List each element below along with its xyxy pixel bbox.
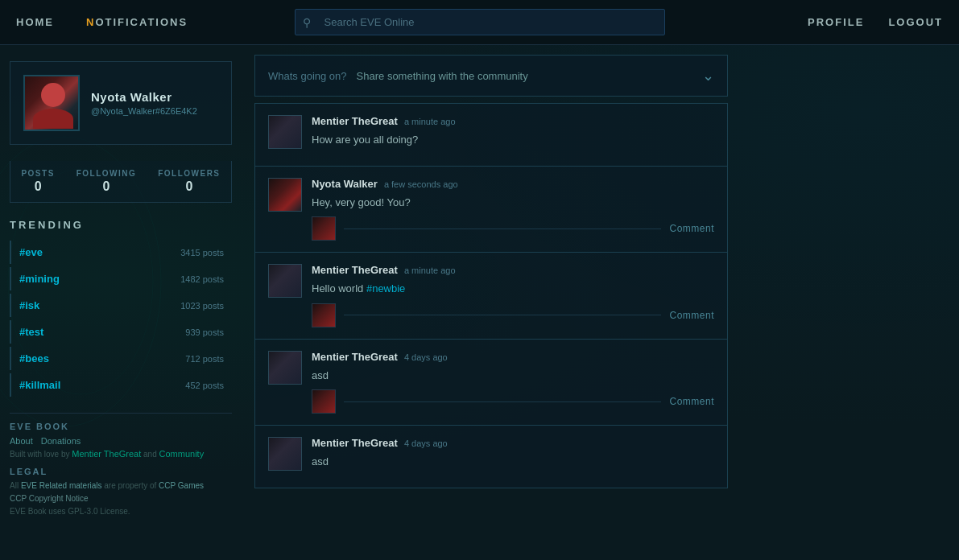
stat-following-label: FOLLOWING [76,169,137,178]
post-author: Mentier TheGreat [312,115,398,127]
post-time: a minute ago [404,117,456,126]
post-header: Mentier TheGreat 4 days ago [312,437,714,449]
nav-notifications[interactable]: NOTIFICATIONS [86,16,188,28]
legal-copyright-link[interactable]: CCP Copyright Notice [10,494,89,503]
footer-built: Built with love by Mentier TheGreat and … [10,449,232,459]
post-time: a few seconds ago [384,179,458,189]
trending-section: TRENDING #eve 3415 posts #mining 1482 po… [10,219,232,397]
avatar [23,75,80,131]
compose-input[interactable]: Share something with the community [357,70,692,82]
navbar: HOME NOTIFICATIONS ⚲ PROFILE LOGOUT [0,0,959,45]
footer-links: About Donations [10,436,232,446]
trending-item[interactable]: #killmail 452 posts [10,373,232,397]
post-item: Nyota Walker a few seconds ago Hey, very… [254,166,728,253]
chevron-down-icon[interactable]: ⌄ [702,67,714,84]
post-text: asd [312,455,329,467]
stat-posts-label: POSTS [21,169,54,178]
post-body: Hello world #newbie [312,281,714,297]
post-avatar [268,437,302,471]
post-item: Mentier TheGreat 4 days ago asd [254,425,728,488]
trending-item[interactable]: #eve 3415 posts [10,241,232,264]
comment-line [344,401,661,402]
stat-followers-value: 0 [158,179,220,194]
compose-box[interactable]: Whats going on? Share something with the… [254,55,728,97]
profile-info: Nyota Walker @Nyota_Walker#6Z6E4K2 [91,90,218,116]
post-header: Mentier TheGreat a minute ago [312,264,714,276]
comment-row: Comment [312,303,714,327]
nav-profile[interactable]: PROFILE [808,16,864,28]
stats-row: POSTS 0 FOLLOWING 0 FOLLOWERS 0 [10,161,232,203]
trend-tag: #mining [19,273,60,285]
post-avatar [268,178,302,212]
post-hashtag[interactable]: #newbie [366,282,405,294]
post-content: Mentier TheGreat a minute ago How are yo… [312,115,714,154]
legal-text: All EVE Related materials are property o… [10,480,232,518]
trending-item[interactable]: #isk 1023 posts [10,294,232,317]
trending-item[interactable]: #test 939 posts [10,320,232,344]
footer-brand-title: EVE BOOK [10,422,232,431]
post-header: Nyota Walker a few seconds ago [312,178,714,190]
search-container: ⚲ [295,9,665,35]
sidebar: Nyota Walker @Nyota_Walker#6Z6E4K2 POSTS… [0,45,242,560]
trend-tag: #killmail [19,379,60,391]
comment-row: Comment [312,216,714,241]
trending-item[interactable]: #bees 712 posts [10,347,232,370]
post-avatar [268,264,302,298]
trending-item[interactable]: #mining 1482 posts [10,267,232,290]
post-body: Hey, very good! You? [312,195,714,211]
trend-tag: #isk [19,299,39,311]
footer-about[interactable]: About [10,436,33,446]
trending-title: TRENDING [10,219,232,231]
post-time: 4 days ago [404,352,448,362]
trend-count: 1482 posts [180,274,224,284]
post-time: a minute ago [404,266,456,275]
post-content: Mentier TheGreat 4 days ago asd Comment [312,351,714,414]
notifications-rest: OTIFICATIONS [95,16,188,28]
profile-name: Nyota Walker [91,90,218,104]
post-item: Mentier TheGreat 4 days ago asd Comment [254,339,728,426]
nav-logout[interactable]: LOGOUT [888,16,943,28]
post-author: Nyota Walker [312,178,378,190]
comment-button[interactable]: Comment [669,310,714,321]
profile-handle: @Nyota_Walker#6Z6E4K2 [91,106,218,116]
post-text: How are you all doing? [312,134,418,146]
trend-tag: #eve [19,246,43,258]
footer-community-link[interactable]: Community [159,449,205,459]
main-layout: Nyota Walker @Nyota_Walker#6Z6E4K2 POSTS… [0,45,959,560]
trending-list: #eve 3415 posts #mining 1482 posts #isk … [10,241,232,397]
post-author: Mentier TheGreat [312,437,398,449]
post-content: Nyota Walker a few seconds ago Hey, very… [312,178,714,241]
stat-following-value: 0 [76,179,137,194]
comment-row: Comment [312,389,714,414]
post-body: How are you all doing? [312,132,714,148]
footer-donations[interactable]: Donations [41,436,81,446]
comment-avatar [312,216,336,241]
post-text: Hello world [312,282,366,294]
legal-eve-link[interactable]: EVE Related materials [21,481,102,490]
notifications-highlight: N [86,16,95,28]
footer-author-link[interactable]: Mentier TheGreat [72,449,141,459]
stat-followers-label: FOLLOWERS [158,169,220,178]
profile-card: Nyota Walker @Nyota_Walker#6Z6E4K2 [10,61,232,145]
search-icon: ⚲ [303,16,311,29]
post-body: asd [312,454,714,470]
post-text: Hey, very good! You? [312,196,411,208]
stat-posts: POSTS 0 [21,169,54,194]
legal-ccp-link[interactable]: CCP Games [159,481,204,490]
comment-button[interactable]: Comment [669,223,714,234]
trend-count: 1023 posts [180,301,224,311]
post-author: Mentier TheGreat [312,351,398,363]
legal-title: LEGAL [10,467,232,476]
stat-followers: FOLLOWERS 0 [158,169,220,194]
trend-count: 939 posts [185,327,224,337]
comment-line [344,229,661,229]
post-content: Mentier TheGreat a minute ago Hello worl… [312,264,714,327]
search-input[interactable] [295,9,665,35]
post-avatar [268,115,302,149]
post-body: asd [312,368,714,384]
post-item: Mentier TheGreat a minute ago How are yo… [254,103,728,166]
stat-following: FOLLOWING 0 [76,169,137,194]
nav-home[interactable]: HOME [16,16,54,28]
comment-button[interactable]: Comment [669,396,714,407]
compose-prompt: Whats going on? [268,70,347,82]
